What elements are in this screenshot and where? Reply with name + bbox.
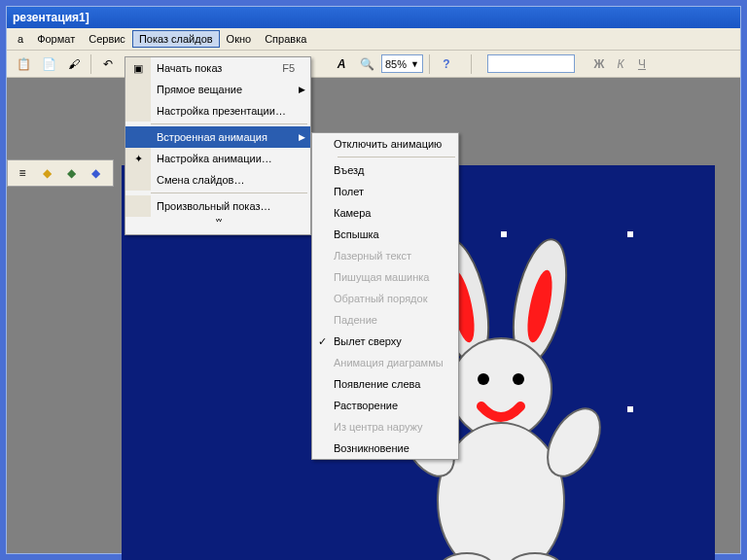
submenu-disable[interactable]: Отключить анимацию <box>312 133 458 155</box>
submenu-centerout: Из центра наружу <box>312 416 458 438</box>
submenu-fly[interactable]: Полет <box>312 181 458 202</box>
submenu-reverse: Обратный порядок <box>312 288 458 309</box>
italic-button[interactable]: К <box>612 57 629 71</box>
submenu-typewriter: Пишущая машинка <box>312 266 458 288</box>
menu-broadcast[interactable]: Прямое вещание ▶ <box>125 79 310 100</box>
submenu-flyfromtop[interactable]: ✓Вылет сверху <box>312 331 458 352</box>
submenu-laser: Лазерный текст <box>312 245 458 266</box>
svg-point-5 <box>478 373 489 385</box>
align-icon[interactable]: ≡ <box>12 162 33 184</box>
chevron-down-icon[interactable]: ▼ <box>410 59 419 69</box>
animation-icon: ✦ <box>125 148 151 169</box>
arrow-right-icon: ▶ <box>299 132 305 142</box>
undo-icon[interactable]: ↶ <box>97 53 119 75</box>
start-show-icon: ▣ <box>125 57 151 79</box>
submenu-camera[interactable]: Камера <box>312 202 458 224</box>
paste-icon[interactable]: 📄 <box>38 53 59 75</box>
copy-icon[interactable]: 📋 <box>13 53 34 75</box>
menu-item-service[interactable]: Сервис <box>82 30 132 48</box>
menu-bar: а Формат Сервис Показ слайдов Окно Справ… <box>7 28 740 51</box>
zoom-selector[interactable]: 85% ▼ <box>381 54 423 73</box>
menu-builtin-animation[interactable]: Встроенная анимация ▶ <box>125 126 310 148</box>
divider <box>429 54 430 74</box>
zoom-value: 85% <box>385 58 407 70</box>
menu-slide-transition[interactable]: Смена слайдов… <box>125 169 310 191</box>
toolbar: 📋 📄 🖌 ↶ A 🔍 85% ▼ ? Ж К Ч <box>7 51 740 78</box>
outline-toolbar: ≡ ◆ ◆ ◆ <box>7 159 114 187</box>
separator <box>151 123 307 124</box>
menu-custom-animation[interactable]: ✦ Настройка анимации… <box>125 148 310 169</box>
divider <box>90 54 91 74</box>
separator <box>151 192 307 193</box>
underline-button[interactable]: Ч <box>633 57 651 71</box>
divider <box>471 54 472 74</box>
separator <box>338 157 455 158</box>
shape-icon[interactable]: ◆ <box>85 162 106 184</box>
menu-item[interactable]: а <box>11 30 30 48</box>
submenu-appear[interactable]: Возникновение <box>312 438 458 459</box>
menu-start-show[interactable]: ▣ Начать показ F5 <box>125 57 310 79</box>
slideshow-menu: ▣ Начать показ F5 Прямое вещание ▶ Настр… <box>124 56 311 235</box>
submenu-chartanim: Анимация диаграммы <box>312 352 458 373</box>
arrow-right-icon: ▶ <box>299 85 305 94</box>
font-color-icon[interactable]: A <box>331 53 352 75</box>
menu-item-slideshow[interactable]: Показ слайдов <box>132 30 220 48</box>
search-icon[interactable]: 🔍 <box>356 53 377 75</box>
submenu-flash[interactable]: Вспышка <box>312 224 458 245</box>
help-icon[interactable]: ? <box>436 53 457 75</box>
format-painter-icon[interactable]: 🖌 <box>63 53 85 75</box>
selection-handle[interactable] <box>627 231 633 237</box>
menu-custom-show[interactable]: Произвольный показ… <box>125 195 310 217</box>
bold-button[interactable]: Ж <box>590 57 608 71</box>
shape-icon[interactable]: ◆ <box>60 162 82 184</box>
menu-setup-show[interactable]: Настройка презентации… <box>125 100 310 122</box>
title-bar: резентация1] <box>7 7 740 28</box>
check-icon: ✓ <box>312 335 332 348</box>
submenu-dissolve[interactable]: Растворение <box>312 395 458 416</box>
menu-item-format[interactable]: Формат <box>30 30 82 48</box>
submenu-drivein[interactable]: Въезд <box>312 159 458 181</box>
animation-submenu: Отключить анимацию Въезд Полет Камера Вс… <box>311 132 459 460</box>
submenu-appearleft[interactable]: Появление слева <box>312 373 458 395</box>
font-selector[interactable] <box>487 54 575 73</box>
expand-menu-icon[interactable]: ˅˅ <box>125 217 310 234</box>
menu-item-help[interactable]: Справка <box>258 30 313 48</box>
selection-handle[interactable] <box>627 406 633 412</box>
menu-item-window[interactable]: Окно <box>220 30 259 48</box>
svg-point-6 <box>513 373 524 385</box>
shape-icon[interactable]: ◆ <box>36 162 57 184</box>
submenu-drop: Падение <box>312 309 458 331</box>
